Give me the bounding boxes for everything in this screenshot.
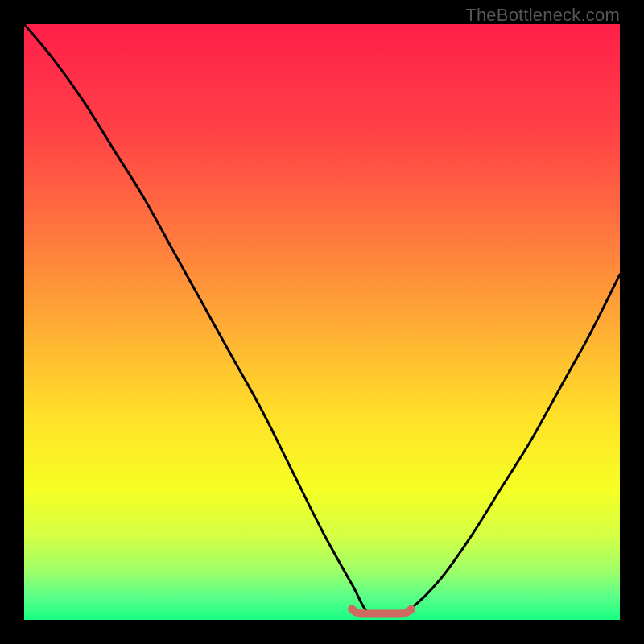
chart-container: TheBottleneck.com — [0, 0, 644, 644]
chart-svg — [24, 24, 620, 620]
plot-area — [24, 24, 620, 620]
watermark-text: TheBottleneck.com — [465, 5, 620, 26]
bottom-marker — [352, 609, 411, 614]
bottleneck-curve — [24, 24, 620, 617]
